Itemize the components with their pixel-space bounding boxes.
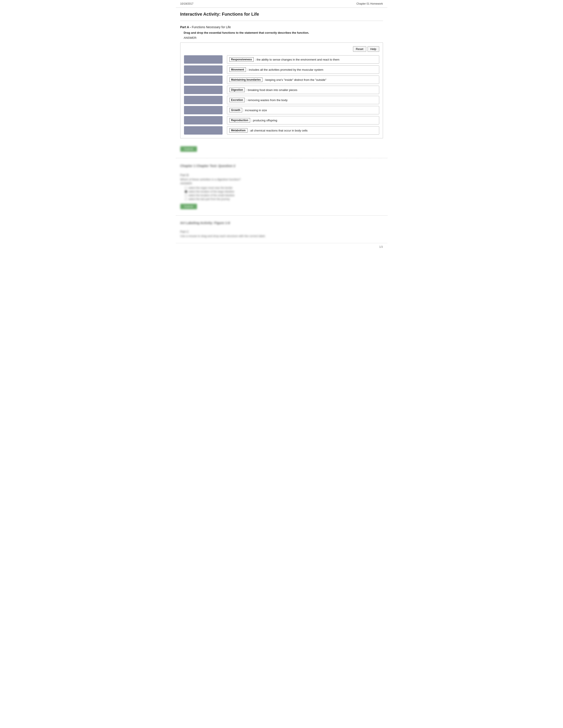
drop-box-4[interactable] [184, 86, 222, 94]
header-date: 10/19/2017 [180, 2, 193, 5]
blurred-option-2: select the location of the large intesti… [185, 190, 383, 193]
label-reproduction: Reproduction [229, 118, 250, 122]
part-a-instruction: Drag and drop the essential functions to… [176, 30, 387, 35]
blurred-option-1: select the organ most near the border [185, 186, 383, 189]
submit-button-2: Submit [180, 204, 197, 209]
part-b-instruction: Which of these activities is a digestive… [180, 178, 383, 181]
option-4-text: select the last part from the journey [189, 198, 230, 201]
page-footer: 1/3 [176, 243, 387, 251]
option-3-text: select the location of the small intesti… [189, 194, 235, 197]
help-button[interactable]: Help [368, 46, 379, 52]
title-divider [180, 21, 383, 21]
blurred-section-2: Chapter 1 Chapter Test: Question 2 Part … [176, 160, 387, 213]
text-excretion: : removing wastes from the body [246, 98, 288, 102]
answer-label: ANSWER: [176, 35, 387, 40]
blurred-option-4: select the last part from the journey [185, 198, 383, 201]
text-digestion: : breaking food down into smaller pieces [246, 88, 297, 92]
page-title: Interactive Activity: Functions for Life [176, 8, 387, 19]
reset-button[interactable]: Reset [353, 46, 366, 52]
text-movement: : includes all the activities promoted b… [247, 68, 323, 71]
statement-movement[interactable]: Movement : includes all the activities p… [227, 65, 379, 74]
blurred-option-3: select the location of the small intesti… [185, 194, 383, 197]
section-separator-2 [176, 215, 387, 216]
label-responsiveness: Responsiveness [229, 57, 254, 62]
labeling-title: Art Labeling Activity: Figure 1-8 [180, 221, 383, 225]
page-header: 10/19/2017 Chapter 01 Homework [176, 0, 387, 8]
statements-list: Responsiveness : the ability to sense ch… [227, 55, 379, 135]
drop-box-7[interactable] [184, 116, 222, 124]
drag-drop-area: Responsiveness : the ability to sense ch… [184, 55, 379, 135]
submit-button-1: Submit [180, 146, 197, 152]
fig-part: Part C [180, 230, 383, 233]
label-movement: Movement [229, 67, 246, 72]
statement-digestion[interactable]: Digestion : breaking food down into smal… [227, 86, 379, 94]
label-digestion: Digestion [229, 88, 245, 92]
fig-instruction: Use a mouse to drag and drop each struct… [180, 234, 383, 238]
part-a-title: Functions Necessary for Life [192, 25, 231, 29]
blurred-section-3: Art Labeling Activity: Figure 1-8 Part C… [176, 218, 387, 241]
drop-box-6[interactable] [184, 106, 222, 114]
radio-1 [185, 187, 187, 189]
radio-4 [185, 198, 187, 200]
section2-title: Chapter 1 Chapter Test: Question 2 [180, 164, 383, 168]
footer-right: 1/3 [379, 245, 383, 248]
radio-2 [185, 190, 187, 193]
activity-box: Reset Help Responsiveness : the ability … [180, 43, 383, 138]
text-responsiveness: : the ability to sense changes in the en… [255, 58, 339, 61]
text-growth: : increasing in size [243, 109, 267, 112]
drop-box-8[interactable] [184, 126, 222, 135]
label-excretion: Excretion [229, 98, 245, 102]
label-metabolism: Metabolism [229, 128, 247, 133]
statement-maintaining-boundaries[interactable]: Maintaining boundaries : keeping one's "… [227, 76, 379, 84]
header-chapter: Chapter 01 Homework [356, 2, 383, 5]
text-maintaining-boundaries: : keeping one's "inside" distinct from t… [264, 78, 326, 82]
statement-metabolism[interactable]: Metabolism : all chemical reactions that… [227, 126, 379, 135]
text-metabolism: : all chemical reactions that occur in b… [249, 129, 308, 132]
option-2-text: select the location of the large intesti… [189, 190, 234, 193]
drop-targets [184, 55, 222, 135]
statement-growth[interactable]: Growth : increasing in size [227, 106, 379, 114]
drop-box-3[interactable] [184, 76, 222, 84]
statement-reproduction[interactable]: Reproduction : producing offspring [227, 116, 379, 124]
blurred-options: select the organ most near the border se… [185, 186, 383, 201]
drop-box-2[interactable] [184, 65, 222, 74]
blurred-answer-label: ANSWER: [180, 182, 383, 185]
statement-responsiveness[interactable]: Responsiveness : the ability to sense ch… [227, 55, 379, 64]
text-reproduction: : producing offspring [251, 119, 277, 122]
statement-excretion[interactable]: Excretion : removing wastes from the bod… [227, 96, 379, 104]
part-b-label: Part B [180, 173, 383, 177]
drop-box-1[interactable] [184, 55, 222, 64]
radio-3 [185, 194, 187, 197]
part-a-header: Part A - Functions Necessary for Life [176, 23, 387, 30]
toolbar: Reset Help [184, 46, 379, 52]
label-growth: Growth [229, 108, 242, 112]
drop-box-5[interactable] [184, 96, 222, 104]
blurred-submit-1: Submit [176, 142, 387, 156]
part-a-label: Part A - [180, 25, 191, 29]
option-1-text: select the organ most near the border [189, 186, 233, 189]
label-maintaining-boundaries: Maintaining boundaries [229, 78, 263, 82]
